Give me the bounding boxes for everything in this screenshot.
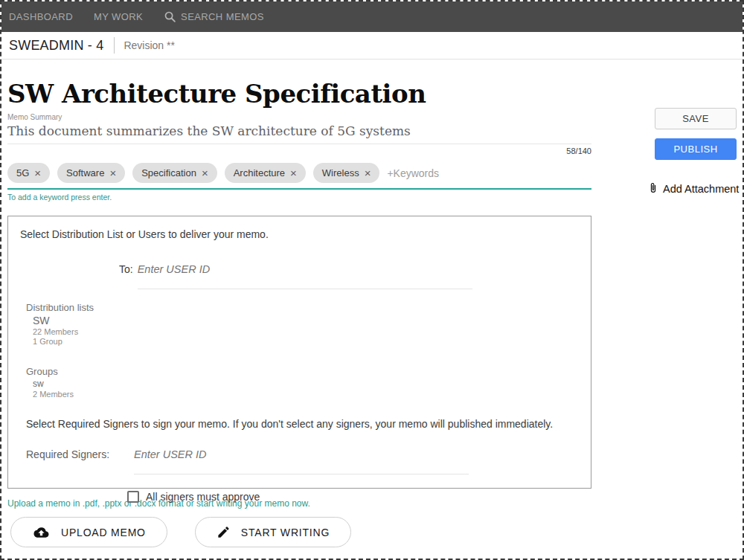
keyword-chip-label: Wireless <box>322 167 359 178</box>
to-userid-placeholder: Enter USER ID <box>138 263 211 275</box>
revision-label: Revision ** <box>124 39 174 51</box>
nav-my-work-label: MY WORK <box>94 11 143 22</box>
to-row: To: Enter USER ID <box>119 263 579 289</box>
keyword-chip: Specification × <box>132 163 217 183</box>
keywords-input-row[interactable]: 5G × Software × Specification × Architec… <box>7 163 591 190</box>
nav-search-memos[interactable]: SEARCH MEMOS <box>164 10 264 23</box>
paperclip-icon <box>648 181 658 197</box>
required-signers-input[interactable]: Enter USER ID <box>134 448 469 474</box>
chip-remove-icon[interactable]: × <box>202 167 208 178</box>
publish-button-label: PUBLISH <box>673 144 717 155</box>
approve-checkbox-row: All signers must approve <box>127 491 579 503</box>
memo-summary-label: Memo Summary <box>7 113 591 121</box>
chip-remove-icon[interactable]: × <box>109 167 116 178</box>
add-attachment-label: Add Attachment <box>663 183 739 195</box>
all-signers-approve-label: All signers must approve <box>146 491 260 503</box>
chip-remove-icon[interactable]: × <box>365 167 371 178</box>
group-name: sw <box>33 379 579 389</box>
keyword-chip-label: Software <box>66 167 104 178</box>
memo-form: SW Architecture Specification Memo Summa… <box>7 59 591 547</box>
keyword-chip: Software × <box>57 163 125 183</box>
upload-memo-button[interactable]: UPLOAD MEMO <box>10 517 167 547</box>
distribution-lists-label: Distribution lists <box>26 302 579 313</box>
groups-section: Groups sw 2 Members <box>26 366 579 399</box>
distribution-lists-section: Distribution lists SW 22 Members 1 Group <box>26 302 579 346</box>
groups-label: Groups <box>26 366 579 377</box>
pencil-icon <box>217 525 231 539</box>
nav-dashboard[interactable]: DASHBOARD <box>9 11 73 22</box>
distribution-box: Select Distribution List or Users to del… <box>7 216 591 489</box>
save-button-label: SAVE <box>682 113 709 124</box>
group-members: 2 Members <box>33 390 579 399</box>
keywords-input[interactable]: +Keywords <box>387 167 439 179</box>
keyword-chip-label: Specification <box>141 167 196 178</box>
chip-remove-icon[interactable]: × <box>290 167 297 178</box>
memo-summary-input[interactable]: This document summarizes the SW architec… <box>7 121 591 144</box>
publish-button[interactable]: PUBLISH <box>655 138 737 160</box>
nav-dashboard-label: DASHBOARD <box>9 11 73 22</box>
distribution-list-groups: 1 Group <box>33 337 579 346</box>
keywords-hint: To add a keyword press enter. <box>7 193 591 202</box>
distribution-list-members: 22 Members <box>33 327 579 336</box>
nav-search-label: SEARCH MEMOS <box>181 11 264 22</box>
signers-instruction: Select Required Signers to sign your mem… <box>26 418 579 430</box>
memo-editor-page: DASHBOARD MY WORK SEARCH MEMOS SWEADMIN … <box>0 0 744 560</box>
nav-my-work[interactable]: MY WORK <box>94 11 143 22</box>
keyword-chip: Architecture × <box>225 163 306 183</box>
distribution-instruction: Select Distribution List or Users to del… <box>20 228 579 240</box>
required-signers-label: Required Signers: <box>26 448 134 460</box>
required-signers-placeholder: Enter USER ID <box>134 448 207 460</box>
header-divider <box>114 37 115 54</box>
start-writing-label: START WRITING <box>241 527 330 538</box>
keyword-chip: 5G × <box>7 163 50 183</box>
memo-id: SWEADMIN - 4 <box>9 38 103 54</box>
top-navigation-bar: DASHBOARD MY WORK SEARCH MEMOS <box>1 1 743 32</box>
required-signers-row: Required Signers: Enter USER ID <box>26 448 579 474</box>
upload-memo-label: UPLOAD MEMO <box>61 527 146 538</box>
chip-remove-icon[interactable]: × <box>34 167 41 178</box>
keyword-chip: Wireless × <box>313 163 380 183</box>
summary-char-counter: 58/140 <box>7 147 591 155</box>
start-writing-button[interactable]: START WRITING <box>195 517 351 547</box>
to-label: To: <box>119 263 133 275</box>
distribution-list-item[interactable]: SW 22 Members 1 Group <box>33 315 579 346</box>
all-signers-approve-checkbox[interactable] <box>127 491 139 503</box>
save-button[interactable]: SAVE <box>655 108 737 129</box>
memo-header-bar: SWEADMIN - 4 Revision ** <box>1 32 743 59</box>
keyword-chip-label: Architecture <box>234 167 285 178</box>
distribution-list-name: SW <box>33 315 579 326</box>
footer-buttons: UPLOAD MEMO START WRITING <box>10 517 591 547</box>
to-userid-input[interactable]: Enter USER ID <box>138 263 472 289</box>
add-attachment-button[interactable]: Add Attachment <box>648 181 739 197</box>
search-icon <box>164 10 176 23</box>
memo-title-input[interactable]: SW Architecture Specification <box>7 80 591 108</box>
group-item[interactable]: sw 2 Members <box>33 379 579 399</box>
cloud-upload-icon <box>32 525 51 540</box>
keyword-chip-label: 5G <box>16 167 29 178</box>
